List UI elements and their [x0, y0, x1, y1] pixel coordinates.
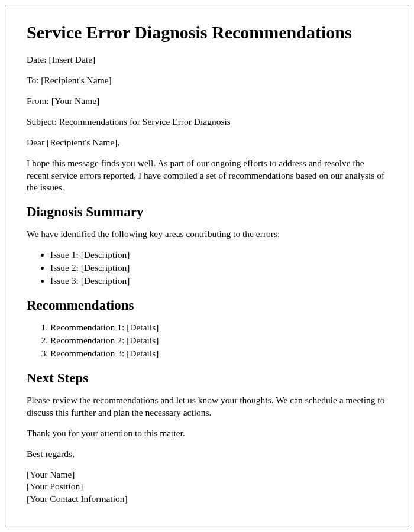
- recommendations-list: Recommendation 1: [Details] Recommendati…: [50, 322, 387, 360]
- recommendations-heading: Recommendations: [27, 298, 387, 313]
- diagnosis-lead: We have identified the following key are…: [27, 228, 387, 241]
- signature-name: [Your Name]: [27, 469, 387, 481]
- signature-contact: [Your Contact Information]: [27, 493, 387, 505]
- list-item: Recommendation 3: [Details]: [50, 348, 387, 360]
- nextsteps-body: Please review the recommendations and le…: [27, 394, 387, 419]
- intro-paragraph: I hope this message finds you well. As p…: [27, 157, 387, 194]
- document-title: Service Error Diagnosis Recommendations: [27, 22, 387, 43]
- diagnosis-heading: Diagnosis Summary: [27, 205, 387, 220]
- subject-line: Subject: Recommendations for Service Err…: [27, 116, 387, 128]
- signature-block: [Your Name] [Your Position] [Your Contac…: [27, 469, 387, 506]
- diagnosis-list: Issue 1: [Description] Issue 2: [Descrip…: [50, 249, 387, 287]
- list-item: Recommendation 2: [Details]: [50, 335, 387, 347]
- document-page: Service Error Diagnosis Recommendations …: [5, 5, 409, 527]
- nextsteps-heading: Next Steps: [27, 371, 387, 386]
- from-line: From: [Your Name]: [27, 95, 387, 108]
- salutation: Dear [Recipient's Name],: [27, 137, 387, 149]
- list-item: Issue 1: [Description]: [50, 249, 387, 261]
- date-line: Date: [Insert Date]: [27, 54, 387, 66]
- thanks-line: Thank you for your attention to this mat…: [27, 427, 387, 440]
- list-item: Recommendation 1: [Details]: [50, 322, 387, 334]
- to-line: To: [Recipient's Name]: [27, 74, 387, 87]
- signature-position: [Your Position]: [27, 481, 387, 493]
- list-item: Issue 3: [Description]: [50, 275, 387, 287]
- closing-line: Best regards,: [27, 448, 387, 460]
- list-item: Issue 2: [Description]: [50, 262, 387, 274]
